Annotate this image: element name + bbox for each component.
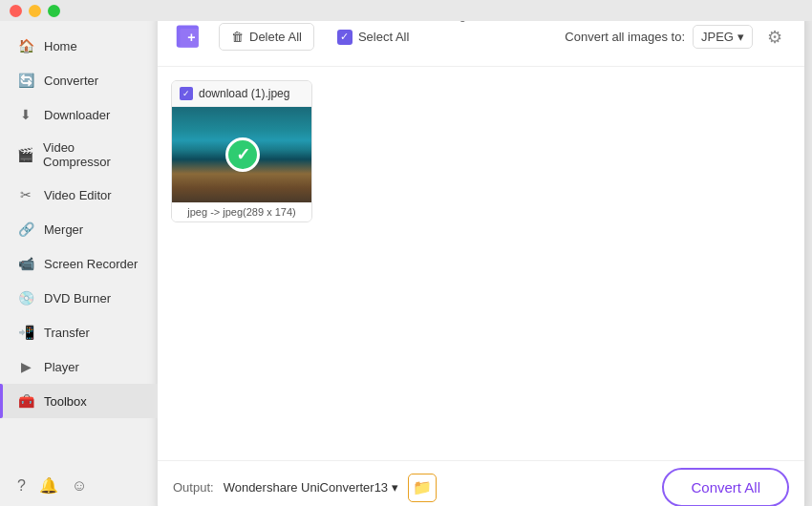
bottom-bar: Output: Wondershare UniConverter13 ▾ 📁 C… xyxy=(158,460,804,506)
sidebar-label-video-compressor: Video Compressor xyxy=(43,140,140,169)
help-icon[interactable]: ? xyxy=(17,477,26,495)
sidebar-label-dvd-burner: DVD Burner xyxy=(44,291,111,306)
file-card: download (1).jpeg jpeg -> jpeg(289 x 174… xyxy=(171,80,312,222)
sidebar-item-video-editor[interactable]: ✂ Video Editor xyxy=(0,178,158,212)
main-panel: Image Converter + 🗑 Delete All Select Al… xyxy=(158,8,804,506)
bell-icon[interactable]: 🔔 xyxy=(39,476,58,495)
sidebar-item-dvd-burner[interactable]: 💿 DVD Burner xyxy=(0,281,158,315)
downloader-icon: ⬇ xyxy=(17,106,34,123)
convert-all-button[interactable]: Convert All xyxy=(662,468,789,506)
merger-icon: 🔗 xyxy=(17,221,34,238)
sidebar-item-video-compressor[interactable]: 🎬 Video Compressor xyxy=(0,132,158,178)
file-area: download (1).jpeg jpeg -> jpeg(289 x 174… xyxy=(158,67,804,460)
file-info: jpeg -> jpeg(289 x 174) xyxy=(172,202,311,221)
sidebar-item-downloader[interactable]: ⬇ Downloader xyxy=(0,97,158,132)
title-bar xyxy=(0,0,812,21)
sidebar-label-downloader: Downloader xyxy=(44,108,110,122)
sidebar-label-video-editor: Video Editor xyxy=(44,188,112,202)
file-card-header: download (1).jpeg xyxy=(172,81,311,107)
sidebar-item-screen-recorder[interactable]: 📹 Screen Recorder xyxy=(0,246,158,281)
minimize-button[interactable] xyxy=(29,5,41,17)
delete-all-label: Delete All xyxy=(249,30,302,44)
sidebar-label-player: Player xyxy=(44,360,79,374)
sidebar-item-player[interactable]: ▶ Player xyxy=(0,349,158,384)
file-thumbnail xyxy=(172,107,312,202)
success-checkmark xyxy=(225,137,260,172)
output-folder-name: Wondershare UniConverter13 xyxy=(224,480,388,495)
sidebar-item-converter[interactable]: 🔄 Converter xyxy=(0,63,158,97)
fullscreen-button[interactable] xyxy=(48,5,60,17)
chevron-down-icon: ▾ xyxy=(737,30,744,44)
sidebar: 🏠 Home 🔄 Converter ⬇ Downloader 🎬 Video … xyxy=(0,0,158,506)
sidebar-label-converter: Converter xyxy=(44,74,98,88)
svg-text:+: + xyxy=(187,30,195,45)
sidebar-label-toolbox: Toolbox xyxy=(44,394,87,409)
home-icon: 🏠 xyxy=(17,37,34,54)
transfer-icon: 📲 xyxy=(17,324,34,341)
output-label: Output: xyxy=(173,480,214,495)
sidebar-label-transfer: Transfer xyxy=(44,326,90,340)
sidebar-item-transfer[interactable]: 📲 Transfer xyxy=(0,315,158,349)
video-compressor-icon: 🎬 xyxy=(17,146,33,163)
trash-icon: 🗑 xyxy=(231,30,244,44)
select-all-checkbox xyxy=(337,30,353,45)
toolbox-icon: 🧰 xyxy=(17,392,34,410)
dvd-burner-icon: 💿 xyxy=(17,289,34,306)
convert-all-label: Convert All xyxy=(691,479,760,495)
video-editor-icon: ✂ xyxy=(17,186,34,203)
sidebar-item-merger[interactable]: 🔗 Merger xyxy=(0,212,158,246)
format-value: JPEG xyxy=(701,30,734,44)
feedback-icon[interactable]: ☺ xyxy=(72,477,87,495)
chevron-down-icon: ▾ xyxy=(392,480,398,495)
file-name: download (1).jpeg xyxy=(199,87,289,100)
select-all-label: Select All xyxy=(358,30,409,44)
output-folder-select[interactable]: Wondershare UniConverter13 ▾ xyxy=(224,480,398,495)
sidebar-item-home[interactable]: 🏠 Home xyxy=(0,29,158,63)
player-icon: ▶ xyxy=(17,358,34,375)
close-button[interactable] xyxy=(10,5,22,17)
sidebar-bottom: ? 🔔 ☺ xyxy=(0,465,158,506)
sidebar-item-toolbox[interactable]: 🧰 Toolbox xyxy=(0,384,158,418)
open-folder-button[interactable]: 📁 xyxy=(408,474,437,502)
converter-icon: 🔄 xyxy=(17,72,34,89)
convert-format-label: Convert all images to: xyxy=(565,30,685,44)
sidebar-label-screen-recorder: Screen Recorder xyxy=(44,257,138,271)
file-checkbox[interactable] xyxy=(180,87,193,100)
screen-recorder-icon: 📹 xyxy=(17,255,34,272)
sidebar-label-merger: Merger xyxy=(44,222,83,237)
sidebar-label-home: Home xyxy=(44,39,77,53)
